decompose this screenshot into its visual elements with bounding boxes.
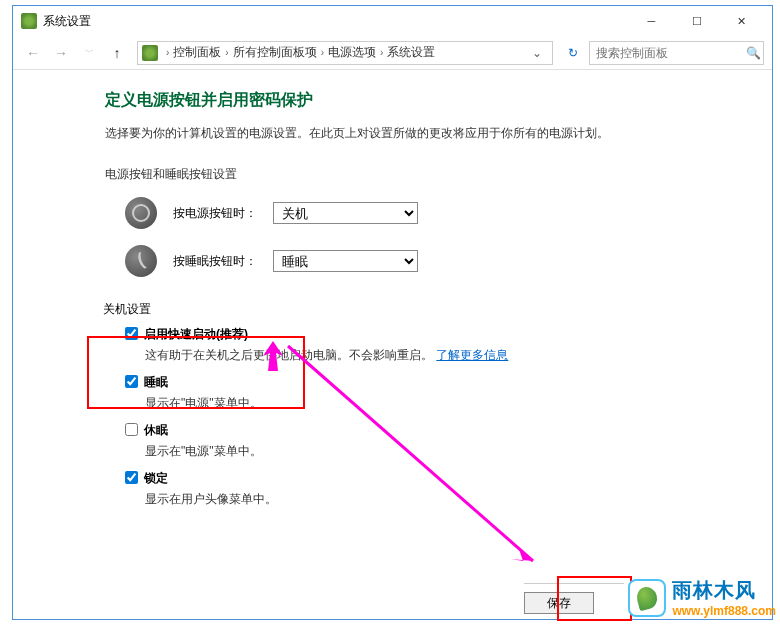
power-button-row: 按电源按钮时： 关机 (105, 197, 732, 229)
hibernate-option-label: 休眠 (144, 422, 168, 439)
refresh-button[interactable]: ↻ (561, 41, 585, 65)
power-icon (125, 197, 157, 229)
dropdown-history-button[interactable]: ﹀ (77, 41, 101, 65)
chevron-right-icon: › (221, 47, 232, 58)
lock-option-desc: 显示在用户头像菜单中。 (105, 491, 732, 508)
page-subtitle: 选择要为你的计算机设置的电源设置。在此页上对设置所做的更改将应用于你所有的电源计… (105, 125, 732, 142)
power-button-label: 按电源按钮时： (173, 205, 273, 222)
app-icon (21, 13, 37, 29)
search-box[interactable]: 🔍 (589, 41, 764, 65)
watermark: 雨林木风 www.ylmf888.com (628, 577, 776, 618)
breadcrumb-item[interactable]: 电源选项 (328, 44, 376, 61)
up-button[interactable]: ↑ (105, 41, 129, 65)
search-icon: 🔍 (746, 46, 761, 60)
back-button[interactable]: ← (21, 41, 45, 65)
chevron-down-icon[interactable]: ⌄ (526, 46, 548, 60)
lock-option-row: 锁定 (105, 470, 732, 487)
watermark-logo-icon (628, 579, 666, 617)
forward-button[interactable]: → (49, 41, 73, 65)
sleep-button-label: 按睡眠按钮时： (173, 253, 273, 270)
chevron-right-icon: › (376, 47, 387, 58)
sleep-icon (125, 245, 157, 277)
breadcrumb-item[interactable]: 所有控制面板项 (233, 44, 317, 61)
page-title: 定义电源按钮并启用密码保护 (105, 90, 732, 111)
sleep-button-select[interactable]: 睡眠 (273, 250, 418, 272)
section-label-buttons: 电源按钮和睡眠按钮设置 (105, 166, 732, 183)
hibernate-option-row: 休眠 (105, 422, 732, 439)
window-title: 系统设置 (43, 13, 629, 30)
watermark-brand: 雨林木风 (672, 577, 776, 604)
navbar: ← → ﹀ ↑ › 控制面板 › 所有控制面板项 › 电源选项 › 系统设置 ⌄… (13, 36, 772, 70)
close-button[interactable]: ✕ (719, 7, 764, 35)
breadcrumb[interactable]: › 控制面板 › 所有控制面板项 › 电源选项 › 系统设置 ⌄ (137, 41, 553, 65)
sleep-option-row: 睡眠 (105, 374, 732, 391)
fast-startup-label: 启用快速启动(推荐) (144, 326, 248, 343)
content-area: 定义电源按钮并启用密码保护 选择要为你的计算机设置的电源设置。在此页上对设置所做… (13, 70, 772, 538)
chevron-right-icon: › (162, 47, 173, 58)
save-button-area: 保存 (524, 583, 624, 614)
power-button-select[interactable]: 关机 (273, 202, 418, 224)
hibernate-option-desc: 显示在"电源"菜单中。 (105, 443, 732, 460)
fast-startup-desc: 这有助于在关机之后更快地启动电脑。不会影响重启。 了解更多信息 (105, 347, 732, 364)
learn-more-link[interactable]: 了解更多信息 (436, 348, 508, 362)
watermark-url: www.ylmf888.com (672, 604, 776, 618)
sleep-checkbox[interactable] (125, 375, 138, 388)
breadcrumb-item[interactable]: 系统设置 (387, 44, 435, 61)
sleep-button-row: 按睡眠按钮时： 睡眠 (105, 245, 732, 277)
section-label-shutdown: 关机设置 (103, 301, 732, 318)
chevron-right-icon: › (317, 47, 328, 58)
sleep-option-label: 睡眠 (144, 374, 168, 391)
fast-startup-row: 启用快速启动(推荐) (105, 326, 732, 343)
minimize-button[interactable]: ─ (629, 7, 674, 35)
lock-checkbox[interactable] (125, 471, 138, 484)
settings-window: 系统设置 ─ ☐ ✕ ← → ﹀ ↑ › 控制面板 › 所有控制面板项 › 电源… (12, 5, 773, 620)
hibernate-checkbox[interactable] (125, 423, 138, 436)
maximize-button[interactable]: ☐ (674, 7, 719, 35)
titlebar: 系统设置 ─ ☐ ✕ (13, 6, 772, 36)
svg-marker-2 (511, 546, 533, 561)
breadcrumb-icon (142, 45, 158, 61)
search-input[interactable] (596, 46, 746, 60)
sleep-option-desc: 显示在"电源"菜单中。 (105, 395, 732, 412)
fast-startup-checkbox[interactable] (125, 327, 138, 340)
save-button[interactable]: 保存 (524, 592, 594, 614)
lock-option-label: 锁定 (144, 470, 168, 487)
breadcrumb-item[interactable]: 控制面板 (173, 44, 221, 61)
